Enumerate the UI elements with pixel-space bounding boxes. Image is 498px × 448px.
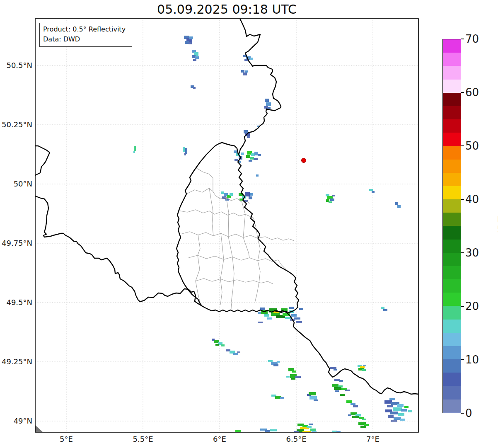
radar-echo-cell [291, 378, 295, 380]
colorbar-segment [443, 400, 461, 413]
colorbar-segment [443, 39, 461, 53]
radar-echo-cell [249, 196, 252, 199]
y-tick-label: 49°N [0, 417, 32, 426]
radar-echo-cell [266, 102, 271, 106]
radar-echo-cell [400, 419, 405, 421]
country-border [35, 196, 202, 306]
y-tick-label: 50.25°N [0, 120, 32, 129]
y-tick-label: 50.5°N [0, 61, 32, 70]
radar-echo-cell [348, 414, 351, 416]
radar-echo-cell [339, 380, 343, 382]
radar-echo-cell [264, 106, 268, 109]
country-border [176, 143, 299, 312]
x-tick-label: 7°E [354, 435, 392, 443]
colorbar-tick-label: 10 [465, 354, 490, 366]
radar-echo-cell [184, 153, 186, 155]
colorbar-segment [443, 133, 461, 146]
colorbar-unit-label: dBZ [496, 197, 498, 255]
radar-echo-cell [340, 394, 345, 396]
country-border [238, 18, 281, 154]
radar-echo-cell [215, 344, 219, 346]
country-border [35, 146, 50, 175]
radar-echo-cell [334, 387, 341, 390]
radar-echo-cell [230, 193, 233, 196]
radar-echo-cell [360, 426, 366, 428]
district-border [196, 235, 201, 305]
radar-echo-cell [271, 362, 278, 365]
colorbar-tick-label: 0 [465, 407, 490, 419]
colorbar-segment [443, 53, 461, 66]
colorbar-unit-label-wrap: dBZ [474, 220, 498, 232]
colorbar-segment [443, 80, 461, 93]
radar-echo-cell [267, 317, 272, 320]
radar-echo-cell [258, 154, 261, 156]
map-canvas [0, 0, 498, 448]
colorbar-segment [443, 253, 461, 266]
radar-echo-cell [296, 321, 302, 323]
colorbar-segment [443, 320, 461, 333]
radar-echo-cell [387, 405, 393, 407]
radar-echo-cell [234, 159, 238, 161]
radar-echo-cell [221, 344, 225, 346]
radar-echo-cell [246, 155, 250, 158]
radar-echo-cell [260, 308, 265, 310]
colorbar-segment [443, 106, 461, 119]
x-tick-label: 6.5°E [278, 435, 315, 443]
radar-echo-cell [381, 307, 384, 309]
radar-echo-cell [345, 390, 350, 391]
radar-echo-cell [250, 193, 253, 196]
colorbar-tick-mark [461, 413, 464, 414]
colorbar-segment [443, 213, 461, 226]
radar-echo-cell [234, 150, 237, 153]
radar-echo-cell [193, 59, 196, 61]
radar-echo-cell [309, 396, 317, 400]
radar-echo-cell [235, 430, 241, 432]
radar-echo-cell [277, 361, 280, 363]
colorbar-segment [443, 373, 461, 386]
colorbar-segment [443, 66, 461, 79]
radar-echo-cell [289, 307, 294, 309]
radar-echo-cell [256, 174, 259, 177]
radar-echo-cell [244, 130, 248, 133]
x-tick-label: 5.5°E [124, 435, 162, 443]
radar-echo-cell [309, 424, 313, 425]
district-borders [178, 168, 294, 311]
colorbar-tick-mark [461, 252, 464, 253]
radar-site-marker [302, 158, 306, 163]
radar-echo-cell [185, 148, 187, 154]
radar-echo-cell [398, 413, 404, 416]
radar-echo-cell [183, 147, 185, 152]
radar-echo-cell [397, 205, 401, 208]
radar-echo-cell [189, 36, 193, 39]
colorbar-segment [443, 346, 461, 359]
radar-echo-cell [299, 308, 303, 310]
colorbar-segment [443, 359, 461, 373]
radar-echo-cell [369, 189, 373, 191]
radar-echo-cell [353, 405, 358, 407]
radar-echo-cell [244, 59, 248, 61]
radar-echo-cell [309, 392, 316, 395]
colorbar-tick-label: 40 [465, 194, 490, 205]
colorbar-tick-mark [461, 92, 464, 93]
colorbar-segment [443, 306, 461, 319]
colorbar-segment [443, 199, 461, 213]
radar-echo-cell [291, 314, 297, 317]
radar-echo-cell [363, 365, 366, 366]
y-tick-label: 50°N [0, 179, 32, 189]
radar-echo-cell [383, 309, 387, 311]
radar-echo-cell [237, 351, 240, 353]
x-tick-label: 6°E [201, 435, 238, 443]
radar-echo-cell [388, 415, 394, 418]
radar-echo-cell [254, 158, 258, 160]
x-tick-label: 5°E [48, 435, 85, 443]
radar-echo-cell [265, 430, 270, 432]
radar-echo-cell [310, 429, 316, 431]
district-border [178, 210, 254, 218]
radar-echo-cell [192, 50, 196, 53]
radar-echo-cell [314, 400, 318, 401]
radar-echo-cell [247, 136, 250, 138]
district-border [189, 255, 278, 262]
product-line: Product: 0.5° Reflectivity [43, 24, 128, 34]
radar-echo-cell [395, 202, 398, 205]
radar-echo-cell [335, 390, 339, 392]
